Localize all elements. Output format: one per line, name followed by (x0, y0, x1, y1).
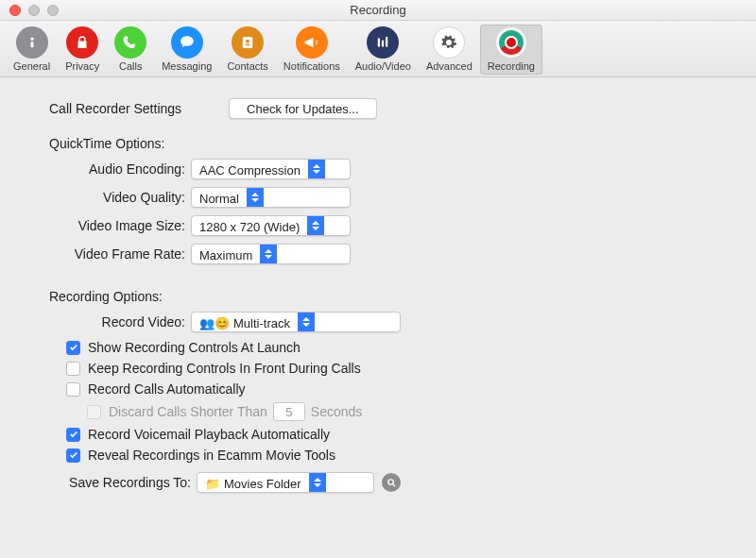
svg-rect-1 (30, 42, 33, 47)
window-title: Recording (0, 3, 756, 17)
svg-rect-6 (386, 37, 387, 47)
tab-label: Privacy (65, 60, 99, 72)
stepper-icon (298, 313, 315, 331)
record-video-label: Record Video: (49, 314, 191, 330)
auto-record-checkbox[interactable]: Record Calls Automatically (66, 381, 724, 397)
checkbox-icon (66, 341, 80, 355)
discard-seconds-input: 5 (273, 402, 305, 421)
select-value: 1280 x 720 (Wide) (192, 216, 307, 235)
content-pane: Call Recorder Settings Check for Updates… (0, 77, 756, 512)
tab-label: Notifications (284, 60, 340, 72)
lock-icon (66, 26, 98, 59)
tab-label: Recording (488, 60, 535, 72)
tab-general[interactable]: General (6, 25, 58, 75)
reveal-recordings-checkbox[interactable]: Reveal Recordings in Ecamm Movie Tools (66, 448, 724, 463)
checkbox-icon (87, 405, 101, 419)
multitrack-icon: 👥😊 (199, 316, 230, 330)
tab-audiovideo[interactable]: Audio/Video (348, 25, 419, 75)
checkbox-label: Show Recording Controls At Launch (88, 340, 301, 355)
reveal-in-finder-button[interactable] (382, 473, 401, 492)
svg-point-3 (246, 40, 249, 43)
discard-short-checkbox: Discard Calls Shorter Than 5 Seconds (87, 402, 724, 421)
checkbox-icon (66, 448, 80, 463)
save-to-select[interactable]: 📁 Movies Folder (197, 472, 374, 493)
audio-encoding-label: Audio Encoding: (49, 161, 191, 177)
save-to-label: Save Recordings To: (49, 475, 191, 490)
stepper-icon (307, 216, 324, 235)
tab-label: Audio/Video (355, 60, 411, 72)
checkbox-label: Reveal Recordings in Ecamm Movie Tools (88, 448, 335, 463)
check-updates-button[interactable]: Check for Updates... (229, 98, 377, 119)
record-video-select[interactable]: 👥😊 Multi-track (191, 312, 401, 332)
tab-privacy[interactable]: Privacy (58, 25, 107, 75)
equalizer-icon (367, 26, 399, 59)
megaphone-icon (296, 26, 328, 59)
stepper-icon (309, 473, 326, 492)
svg-rect-4 (378, 39, 380, 47)
checkbox-icon (66, 382, 80, 397)
tab-messaging[interactable]: Messaging (154, 25, 219, 75)
select-value: Movies Folder (224, 477, 301, 491)
checkbox-icon (66, 362, 80, 376)
tab-label: Contacts (227, 60, 267, 72)
tab-notifications[interactable]: Notifications (276, 25, 348, 75)
folder-icon: 📁 (205, 477, 220, 491)
svg-rect-5 (382, 41, 384, 47)
chat-icon (171, 26, 203, 59)
select-value: Maximum (192, 245, 260, 263)
svg-point-7 (387, 479, 393, 483)
checkbox-label: Record Voicemail Playback Automatically (88, 427, 330, 442)
tab-label: Messaging (162, 60, 212, 72)
audio-encoding-select[interactable]: AAC Compression (191, 159, 351, 179)
stepper-icon (308, 160, 325, 178)
tab-label: Calls (119, 60, 142, 72)
stepper-icon (260, 245, 277, 263)
checkbox-icon (66, 428, 80, 442)
contacts-icon (232, 26, 264, 59)
checkbox-label-pre: Discard Calls Shorter Than (109, 404, 267, 419)
frame-rate-label: Video Frame Rate: (49, 246, 191, 262)
checkbox-label: Record Calls Automatically (88, 381, 246, 397)
phone-icon (114, 26, 146, 59)
keep-front-checkbox[interactable]: Keep Recording Controls In Front During … (66, 361, 724, 376)
tab-contacts[interactable]: Contacts (219, 25, 275, 75)
tab-label: General (13, 60, 50, 72)
titlebar: Recording (0, 0, 756, 21)
select-value: 👥😊 Multi-track (192, 313, 298, 331)
select-value: AAC Compression (192, 160, 308, 178)
quicktime-heading: QuickTime Options: (49, 136, 724, 151)
recording-heading: Recording Options: (49, 289, 724, 304)
svg-rect-0 (30, 38, 33, 41)
prefs-toolbar: General Privacy Calls Messaging Contacts… (0, 21, 756, 77)
tab-recording[interactable]: Recording (480, 25, 542, 75)
show-controls-checkbox[interactable]: Show Recording Controls At Launch (66, 340, 724, 355)
frame-rate-select[interactable]: Maximum (191, 244, 351, 264)
checkbox-label-post: Seconds (311, 404, 362, 419)
checkbox-label: Keep Recording Controls In Front During … (88, 361, 361, 376)
settings-heading: Call Recorder Settings (49, 101, 181, 116)
select-value: Normal (192, 188, 247, 207)
stepper-icon (247, 188, 264, 207)
image-size-label: Video Image Size: (49, 218, 191, 233)
record-icon (495, 26, 527, 59)
tab-label: Advanced (426, 60, 472, 72)
info-icon (16, 26, 48, 59)
tab-calls[interactable]: Calls (107, 25, 154, 75)
tab-advanced[interactable]: Advanced (419, 25, 480, 75)
image-size-select[interactable]: 1280 x 720 (Wide) (191, 215, 351, 236)
video-quality-select[interactable]: Normal (191, 187, 351, 208)
record-voicemail-checkbox[interactable]: Record Voicemail Playback Automatically (66, 427, 724, 442)
video-quality-label: Video Quality: (49, 190, 191, 205)
gear-icon (433, 26, 465, 59)
